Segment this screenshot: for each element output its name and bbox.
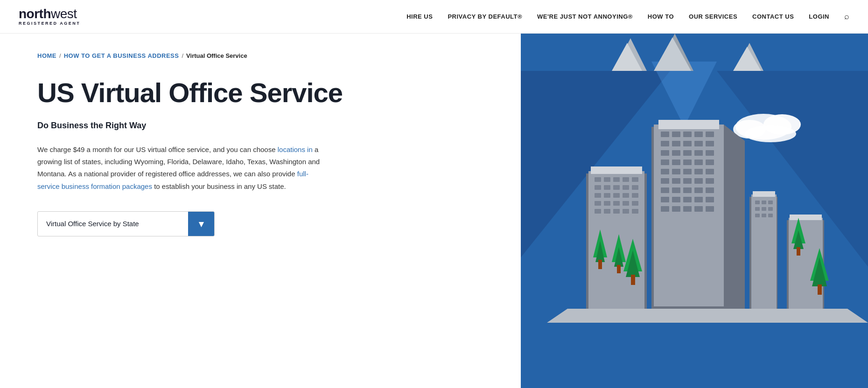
svg-rect-58 xyxy=(672,206,680,212)
svg-rect-59 xyxy=(683,206,692,212)
hero-body: We charge $49 a month for our US virtual… xyxy=(37,144,327,193)
svg-rect-49 xyxy=(683,187,692,193)
svg-rect-22 xyxy=(661,141,669,146)
svg-rect-60 xyxy=(694,206,703,212)
svg-rect-80 xyxy=(632,193,638,198)
svg-marker-107 xyxy=(547,309,868,323)
svg-rect-68 xyxy=(613,177,620,182)
nav-contact-us[interactable]: CONTACT US xyxy=(752,13,794,20)
svg-rect-44 xyxy=(683,178,692,184)
svg-rect-27 xyxy=(661,150,669,156)
svg-rect-40 xyxy=(694,169,703,174)
svg-rect-39 xyxy=(683,169,692,174)
svg-rect-75 xyxy=(632,185,638,190)
svg-rect-88 xyxy=(613,209,620,214)
svg-rect-45 xyxy=(694,178,703,184)
hero-illustration xyxy=(521,34,868,388)
svg-rect-90 xyxy=(632,209,638,214)
nav-hire-us[interactable]: HIRE US xyxy=(406,13,433,20)
city-illustration-svg xyxy=(521,34,868,388)
svg-rect-113 xyxy=(617,265,621,273)
svg-rect-96 xyxy=(768,201,773,204)
svg-rect-48 xyxy=(672,187,680,193)
svg-rect-100 xyxy=(755,214,760,217)
chevron-down-icon: ▾ xyxy=(199,218,203,229)
svg-rect-69 xyxy=(623,177,629,182)
svg-rect-32 xyxy=(661,159,669,165)
svg-rect-28 xyxy=(672,150,680,156)
breadcrumb: Home / How to Get a Business Address / V… xyxy=(37,52,493,59)
nav-how-to[interactable]: HOW TO xyxy=(648,13,674,20)
svg-rect-24 xyxy=(683,141,692,146)
svg-rect-94 xyxy=(755,201,760,204)
breadcrumb-home[interactable]: Home xyxy=(37,52,56,59)
svg-rect-21 xyxy=(706,132,714,137)
nav-our-services[interactable]: OUR SERVICES xyxy=(689,13,737,20)
svg-rect-61 xyxy=(706,206,714,212)
svg-rect-83 xyxy=(613,201,620,206)
svg-rect-37 xyxy=(661,169,669,174)
nav-login[interactable]: LOGIN xyxy=(809,13,829,20)
svg-rect-50 xyxy=(694,187,703,193)
svg-rect-43 xyxy=(672,178,680,184)
svg-rect-77 xyxy=(604,193,610,198)
svg-rect-33 xyxy=(672,159,680,165)
svg-rect-66 xyxy=(595,177,601,182)
svg-rect-47 xyxy=(661,187,669,193)
body-link-locations[interactable]: locations in xyxy=(278,146,313,153)
svg-rect-29 xyxy=(683,150,692,156)
svg-rect-102 xyxy=(768,214,773,217)
svg-rect-72 xyxy=(604,185,610,190)
svg-rect-87 xyxy=(604,209,610,214)
svg-rect-84 xyxy=(623,201,629,206)
svg-rect-76 xyxy=(595,193,601,198)
nav-privacy[interactable]: PRIVACY BY DEFAULT® xyxy=(448,13,522,20)
svg-rect-35 xyxy=(694,159,703,165)
breadcrumb-sep-2: / xyxy=(182,52,183,59)
svg-rect-41 xyxy=(706,169,714,174)
search-icon[interactable]: ⌕ xyxy=(844,12,849,21)
svg-rect-73 xyxy=(613,185,620,190)
svg-rect-74 xyxy=(623,185,629,190)
svg-rect-93 xyxy=(753,191,775,197)
svg-rect-30 xyxy=(694,150,703,156)
nav-not-annoying[interactable]: WE'RE JUST NOT ANNOYING® xyxy=(537,13,633,20)
svg-rect-110 xyxy=(598,260,602,269)
svg-rect-105 xyxy=(790,215,822,220)
svg-rect-17 xyxy=(661,132,669,137)
svg-rect-26 xyxy=(706,141,714,146)
svg-rect-56 xyxy=(706,197,714,202)
svg-rect-78 xyxy=(613,193,620,198)
hero-subtitle: Do Business the Right Way xyxy=(37,121,493,131)
svg-rect-119 xyxy=(797,247,800,256)
svg-rect-42 xyxy=(661,178,669,184)
breadcrumb-current: Virtual Office Service xyxy=(186,52,247,59)
svg-marker-62 xyxy=(724,125,745,309)
svg-rect-81 xyxy=(595,201,601,206)
svg-rect-98 xyxy=(762,207,766,211)
svg-rect-51 xyxy=(706,187,714,193)
svg-rect-31 xyxy=(706,150,714,156)
breadcrumb-sep-1: / xyxy=(59,52,61,59)
site-header: northwest REGISTERED AGENT HIRE US PRIVA… xyxy=(0,0,868,34)
body-link-packages[interactable]: full-service business formation packages xyxy=(37,170,308,190)
state-dropdown-wrap[interactable]: Virtual Office Service by State ▾ xyxy=(37,211,215,236)
svg-rect-67 xyxy=(604,177,610,182)
state-dropdown-button[interactable]: ▾ xyxy=(188,212,214,236)
svg-rect-19 xyxy=(683,132,692,137)
logo[interactable]: northwest REGISTERED AGENT xyxy=(19,7,80,26)
svg-rect-86 xyxy=(595,209,601,214)
svg-rect-36 xyxy=(706,159,714,165)
svg-rect-16 xyxy=(658,120,719,129)
svg-rect-79 xyxy=(623,193,629,198)
state-dropdown-label[interactable]: Virtual Office Service by State xyxy=(38,213,188,234)
svg-rect-64 xyxy=(588,171,644,309)
breadcrumb-level2[interactable]: How to Get a Business Address xyxy=(64,52,179,59)
svg-rect-55 xyxy=(694,197,703,202)
logo-subtitle: REGISTERED AGENT xyxy=(19,21,80,26)
svg-rect-116 xyxy=(631,275,635,285)
svg-rect-85 xyxy=(632,201,638,206)
svg-rect-99 xyxy=(768,207,773,211)
svg-rect-95 xyxy=(762,201,766,204)
svg-rect-20 xyxy=(694,132,703,137)
